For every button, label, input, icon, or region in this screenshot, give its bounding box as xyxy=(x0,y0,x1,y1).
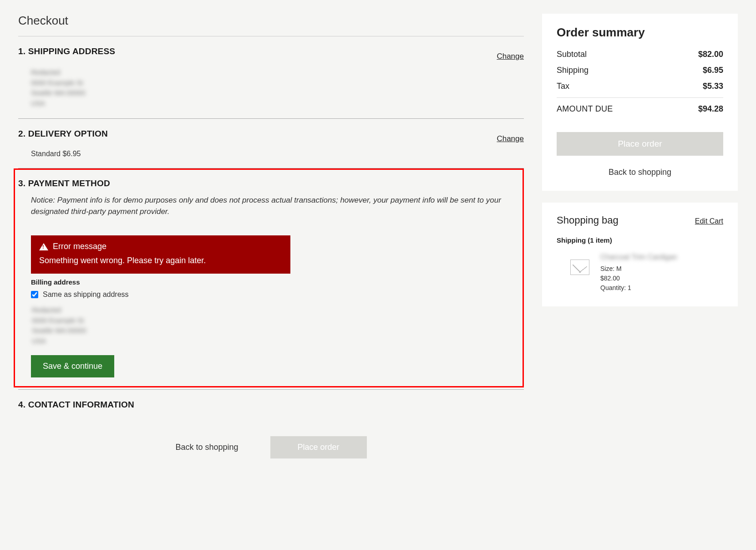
bag-item-size: Size: M xyxy=(600,264,677,274)
tax-value: $5.33 xyxy=(703,81,723,91)
tax-label: Tax xyxy=(557,81,569,91)
change-shipping-link[interactable]: Change xyxy=(497,52,524,61)
bag-item-price: $82.00 xyxy=(600,274,677,283)
shipping-value: $6.95 xyxy=(703,66,723,75)
payment-error: Error message Something went wrong. Plea… xyxy=(31,235,290,274)
page-title: Checkout xyxy=(18,14,524,28)
payment-notice: Notice: Payment info is for demo purpose… xyxy=(18,188,519,217)
checkout-side: Order summary Subtotal $82.00 Shipping $… xyxy=(542,14,738,318)
step-contact-title: 4. CONTACT INFORMATION xyxy=(18,400,524,410)
same-as-shipping-label: Same as shipping address xyxy=(43,290,129,299)
step-shipping-title: 1. SHIPPING ADDRESS xyxy=(18,46,115,56)
order-summary-title: Order summary xyxy=(557,25,723,40)
step-delivery: 2. DELIVERY OPTION Change Standard $6.95 xyxy=(18,119,524,168)
error-body: Something went wrong. Please try again l… xyxy=(39,256,282,265)
shipping-address-masked: Redacted 0000 Example St Seattle WA 0000… xyxy=(31,67,524,108)
bottom-actions: Back to shopping Place order xyxy=(18,436,524,458)
step-shipping: 1. SHIPPING ADDRESS Change Redacted 0000… xyxy=(18,36,524,119)
bag-item-qty: Quantity: 1 xyxy=(600,283,677,293)
step-contact: 4. CONTACT INFORMATION xyxy=(18,390,524,420)
edit-cart-link[interactable]: Edit Cart xyxy=(695,217,723,225)
shipping-label: Shipping xyxy=(557,66,589,75)
billing-address-label: Billing address xyxy=(31,278,519,286)
billing-address-masked: Redacted 0000 Example St Seattle WA 0000… xyxy=(32,305,519,346)
amount-due-label: AMOUNT DUE xyxy=(557,104,613,114)
image-placeholder-icon xyxy=(570,260,589,275)
place-order-side-button[interactable]: Place order xyxy=(557,132,723,156)
summary-divider xyxy=(557,97,723,98)
shipping-count: Shipping (1 item) xyxy=(557,236,723,244)
delivery-option-text: Standard $6.95 xyxy=(18,150,524,158)
amount-due-value: $94.28 xyxy=(698,104,723,114)
place-order-bottom-button[interactable]: Place order xyxy=(270,436,367,458)
change-delivery-link[interactable]: Change xyxy=(497,134,524,143)
checkout-main: Checkout 1. SHIPPING ADDRESS Change Reda… xyxy=(18,14,524,458)
same-as-shipping-row[interactable]: Same as shipping address xyxy=(31,290,519,299)
step-payment: 3. PAYMENT METHOD Notice: Payment info i… xyxy=(18,168,524,390)
subtotal-value: $82.00 xyxy=(698,50,723,59)
order-summary-card: Order summary Subtotal $82.00 Shipping $… xyxy=(542,14,738,191)
bag-item-name: Charcoal Trim Cardigan xyxy=(600,253,677,261)
save-continue-button[interactable]: Save & continue xyxy=(31,355,114,377)
shopping-bag-card: Shopping bag Edit Cart Shipping (1 item)… xyxy=(542,203,738,306)
subtotal-label: Subtotal xyxy=(557,50,587,59)
warning-icon xyxy=(39,243,48,250)
shopping-bag-title: Shopping bag xyxy=(557,214,619,226)
back-to-shopping-bottom[interactable]: Back to shopping xyxy=(175,443,238,452)
step-payment-title: 3. PAYMENT METHOD xyxy=(18,178,110,188)
payment-highlight-box: 3. PAYMENT METHOD Notice: Payment info i… xyxy=(14,168,524,387)
step-delivery-title: 2. DELIVERY OPTION xyxy=(18,129,108,139)
same-as-shipping-checkbox[interactable] xyxy=(31,291,38,298)
error-title: Error message xyxy=(53,242,107,251)
bag-item: Charcoal Trim Cardigan Size: M $82.00 Qu… xyxy=(557,253,723,293)
back-to-shopping-side[interactable]: Back to shopping xyxy=(557,168,723,177)
